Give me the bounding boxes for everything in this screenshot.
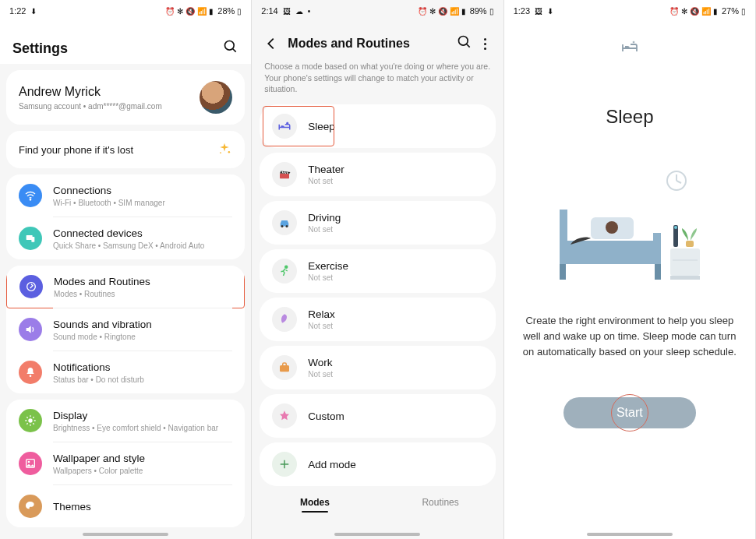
profile-name: Andrew Myrick xyxy=(19,85,200,99)
sound-icon xyxy=(19,318,42,341)
status-bar: 2:14 🖼 ☁ • ⏰ ✻ 🔇 📶 ▮ 89% ▯ xyxy=(252,0,503,22)
plus-icon xyxy=(272,452,297,477)
mode-work[interactable]: WorkNot set xyxy=(260,346,495,389)
svg-point-8 xyxy=(30,375,32,377)
mode-theater[interactable]: TheaterNot set xyxy=(260,153,495,196)
modes-screen: 2:14 🖼 ☁ • ⏰ ✻ 🔇 📶 ▮ 89% ▯ Modes and Rou… xyxy=(252,0,503,539)
settings-row-modes-routines[interactable]: Modes and RoutinesModes • Routines xyxy=(6,266,245,308)
sleep-mode-screen: 1:23 🖼 ⬇ ⏰ ✻ 🔇 📶 ▮ 27% ▯ Sleep xyxy=(504,0,756,539)
row-sub: Brightness • Eye comfort shield • Naviga… xyxy=(53,424,232,432)
row-sub: Wallpapers • Color palette xyxy=(53,467,232,475)
search-icon[interactable] xyxy=(457,34,472,53)
wallpaper-icon xyxy=(19,452,42,475)
image-icon: 🖼 xyxy=(283,7,291,16)
nav-pill[interactable] xyxy=(587,533,673,536)
svg-rect-46 xyxy=(686,241,694,247)
sparkle-icon xyxy=(217,142,232,157)
mode-sub: Not set xyxy=(308,225,341,234)
find-phone-label: Find your phone if it's lost xyxy=(19,144,217,156)
mode-sub: Not set xyxy=(308,273,348,282)
settings-row-wallpaper[interactable]: Wallpaper and styleWallpapers • Color pa… xyxy=(6,442,245,484)
tab-routines[interactable]: Routines xyxy=(378,497,503,513)
star-icon xyxy=(272,403,297,428)
nav-pill[interactable] xyxy=(334,533,420,536)
start-button[interactable]: Start xyxy=(563,397,696,428)
alarm-icon: ⏰ xyxy=(165,7,175,16)
running-icon xyxy=(272,259,297,284)
row-label: Connections xyxy=(53,185,232,196)
mode-add[interactable]: Add mode xyxy=(260,442,495,486)
nav-pill[interactable] xyxy=(83,533,168,536)
mode-label: Custom xyxy=(308,410,344,422)
svg-line-34 xyxy=(677,181,681,183)
bed-hero-icon xyxy=(504,37,755,59)
dot-icon: • xyxy=(308,7,311,16)
svg-line-17 xyxy=(33,417,34,417)
briefcase-icon xyxy=(272,355,297,380)
row-sub: Modes • Routines xyxy=(54,290,231,298)
svg-point-20 xyxy=(458,37,468,46)
svg-point-9 xyxy=(28,418,32,422)
settings-group: DisplayBrightness • Eye comfort shield •… xyxy=(6,400,245,527)
settings-row-themes[interactable]: Themes xyxy=(6,485,245,527)
sleep-illustration xyxy=(536,167,723,291)
wifi-icon: 📶 xyxy=(450,7,459,16)
download-icon: ⬇ xyxy=(547,7,553,16)
alarm-icon: ⏰ xyxy=(669,7,679,16)
find-phone-card[interactable]: Find your phone if it's lost xyxy=(6,131,245,168)
devices-icon xyxy=(19,227,42,250)
svg-point-26 xyxy=(281,225,284,227)
display-icon xyxy=(19,409,42,432)
mute-icon: 🔇 xyxy=(185,7,195,16)
row-label: Sounds and vibration xyxy=(53,319,232,330)
search-icon[interactable] xyxy=(223,39,238,58)
settings-row-sounds[interactable]: Sounds and vibrationSound mode • Rington… xyxy=(6,308,245,351)
status-right-icons: ⏰ ✻ 🔇 📶 ▮ 89% ▯ xyxy=(418,6,494,16)
modes-header: Modes and Routines xyxy=(252,22,503,58)
settings-row-connected-devices[interactable]: Connected devicesQuick Share • Samsung D… xyxy=(6,217,245,259)
svg-point-0 xyxy=(225,41,235,51)
settings-row-notifications[interactable]: NotificationsStatus bar • Do not disturb xyxy=(6,351,245,393)
cloud-icon: ☁ xyxy=(295,7,303,16)
svg-line-16 xyxy=(26,423,27,424)
status-time: 1:23 xyxy=(514,6,530,16)
mode-exercise[interactable]: ExerciseNot set xyxy=(260,249,495,293)
alarm-icon: ⏰ xyxy=(418,7,427,16)
back-icon[interactable] xyxy=(263,35,280,52)
mode-label: Add mode xyxy=(308,459,356,470)
battery-icon: ▯ xyxy=(741,7,746,16)
row-label: Notifications xyxy=(53,361,232,373)
svg-line-21 xyxy=(466,44,469,48)
mode-custom[interactable]: Custom xyxy=(260,394,495,438)
svg-rect-47 xyxy=(670,276,700,280)
mode-label: Driving xyxy=(308,212,341,224)
svg-point-45 xyxy=(674,226,677,229)
row-label: Modes and Routines xyxy=(54,276,231,287)
profile-card[interactable]: Andrew Myrick Samsung account • adm*****… xyxy=(6,70,245,125)
tab-modes[interactable]: Modes xyxy=(252,497,377,513)
settings-row-connections[interactable]: ConnectionsWi-Fi • Bluetooth • SIM manag… xyxy=(6,174,245,217)
avatar[interactable] xyxy=(200,81,232,114)
svg-rect-39 xyxy=(655,264,661,280)
image-icon: 🖼 xyxy=(535,7,542,16)
bluetooth-icon: ✻ xyxy=(177,7,183,16)
svg-line-14 xyxy=(26,417,27,417)
svg-point-27 xyxy=(286,225,288,227)
battery-percent: 27% xyxy=(722,6,739,16)
svg-rect-37 xyxy=(653,233,661,264)
svg-rect-42 xyxy=(670,248,700,276)
row-label: Connected devices xyxy=(53,227,232,239)
mode-relax[interactable]: RelaxNot set xyxy=(260,298,495,341)
svg-rect-6 xyxy=(31,237,34,242)
tab-label: Routines xyxy=(422,497,458,508)
more-icon[interactable] xyxy=(479,38,493,50)
mode-driving[interactable]: DrivingNot set xyxy=(260,201,495,245)
mode-sleep[interactable]: Sleep xyxy=(260,104,495,148)
row-sub: Sound mode • Ringtone xyxy=(53,333,232,341)
battery-icon: ▯ xyxy=(237,7,242,16)
settings-row-display[interactable]: DisplayBrightness • Eye comfort shield •… xyxy=(6,400,245,442)
mode-label: Work xyxy=(308,357,333,368)
svg-line-15 xyxy=(33,423,34,424)
signal-icon: ▮ xyxy=(713,7,718,16)
bluetooth-icon: ✻ xyxy=(429,7,436,16)
